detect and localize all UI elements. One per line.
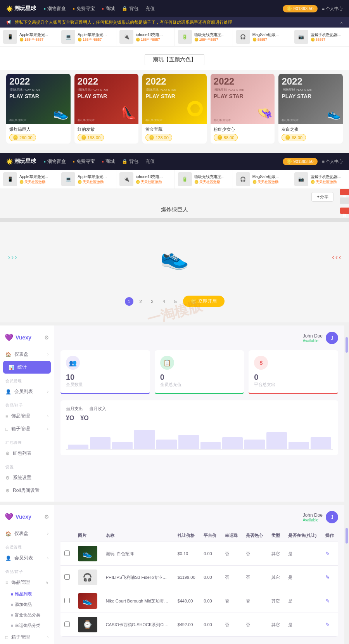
nav-item-blind-box[interactable]: ■ 潮物盲盒 (44, 5, 66, 12)
nav-item-shop[interactable]: ■ 商城 (102, 5, 115, 12)
site-logo-2[interactable]: 🌟 潮玩星球 (6, 158, 36, 165)
site-logo[interactable]: 🌟 潮玩星球 (6, 5, 36, 12)
sidebar2-sub-blindbox-category[interactable]: 盲盒饰品分类 (0, 610, 54, 620)
admin-sidebar: 💜 Vuexy ⚙ 🏠 仪表盘 › 📊 统计 会员管理 👤 会员列表 › (0, 325, 54, 502)
chevron-left-3: › (14, 253, 17, 261)
edit-btn-0[interactable]: ✎ (325, 551, 330, 557)
nav2-item-backpack[interactable]: 🔒 背包 (122, 158, 138, 165)
product-thumb2-3[interactable]: 🔋 磁吸无线充电宝... 🪙 天天社区激励... (175, 170, 233, 189)
row-checkbox-2[interactable] (64, 598, 70, 603)
admin-user-name: John Doe (303, 333, 323, 339)
td-img-1: 🎧 (74, 566, 102, 589)
notice-close-btn[interactable]: × (340, 20, 343, 25)
sidebar2-item-box-mgmt[interactable]: □ 箱子管理 › (0, 631, 54, 644)
open-now-button[interactable]: 🪙 立即开启 (183, 296, 225, 307)
carousel-next-btn[interactable]: ‹ ‹ ‹ (332, 253, 341, 261)
product-card-4[interactable]: 2022 ·潮玩星球 PLAY STAR PLAY STAR 有礼事 潮玩术 👟… (278, 74, 343, 144)
product-thumb-2[interactable]: 🔌 iphone13充电... 🪙 188****8857 (116, 28, 174, 46)
dot-1[interactable]: 1 (125, 297, 133, 306)
product-thumb-5[interactable]: 📷 蓝鲸手机散热器... 🪙 88857 (291, 28, 349, 46)
section2-label-products: 饰品/箱子 (0, 564, 54, 576)
sidebar-item-stats[interactable]: 📊 统计 (3, 361, 51, 374)
sidebar2-item-accessory-mgmt[interactable]: ≡ 饰品管理 ∨ (0, 576, 54, 589)
nav2-item-blind-box[interactable]: ■ 潮物盲盒 (44, 158, 66, 165)
product-card-3[interactable]: 2022 ·潮玩星球 PLAY STAR PLAY STAR 有礼事 潮玩术 👒… (211, 74, 275, 144)
nav-item-treasure[interactable]: ■ 免费寻宝 (73, 5, 95, 12)
sidebar-item-dashboard[interactable]: 🏠 仪表盘 › (0, 348, 54, 361)
edit-btn-2[interactable]: ✎ (325, 598, 330, 604)
nav-item-recharge[interactable]: 充值 (145, 5, 155, 12)
product-thumb2-0[interactable]: 📱 Apple苹果激光... 🪙 天天社区激励... (0, 170, 58, 189)
th-onsale: 是否在售(扎让) (284, 530, 321, 542)
row-checkbox-0[interactable] (64, 551, 70, 556)
section-label-redpack: 红包管理 (0, 435, 54, 447)
float-share-btn[interactable]: 分享 (340, 189, 349, 195)
right-scrollbar-2[interactable] (344, 505, 349, 644)
member-icon: 👤 (5, 389, 11, 395)
stats-icon: 📊 (9, 365, 14, 370)
main-nav-2: ■ 潮物盲盒 ■ 免费寻宝 ■ 商城 🔒 背包 充值 (44, 158, 275, 165)
sidebar2-item-dashboard[interactable]: 🏠 仪表盘 › (0, 527, 54, 540)
td-checkbox-0 (60, 542, 74, 566)
product-card-1[interactable]: 2022 ·潮玩星球 PLAY STAR PLAY STAR 有礼事 潮玩术 👠… (74, 74, 139, 144)
sidebar-item-redpack-list[interactable]: ⚙ 红包列表 (0, 447, 54, 460)
sidebar2-sub-add-accessory[interactable]: 添加饰品 (0, 599, 54, 610)
accessory-icon: ≡ (5, 414, 8, 419)
nav-item-backpack[interactable]: 🔒 背包 (122, 5, 138, 12)
th-platform: 平台价 (200, 530, 221, 542)
chevron-right-1: ‹ (332, 253, 335, 261)
dot-3[interactable]: 3 (148, 297, 157, 306)
stat-card-members: 👥 10 全员数量 (60, 350, 150, 394)
admin-main-content-2: John Doe Available J 图片 名称 扎让价格 平台价 幸运珠 (54, 505, 344, 644)
sidebar2-item-member-list[interactable]: 👤 会员列表 › (0, 552, 54, 564)
sidebar-item-member-list[interactable]: 👤 会员列表 › (0, 385, 54, 398)
sidebar-settings-icon-2[interactable]: ⚙ (44, 514, 49, 520)
row-checkbox-1[interactable] (64, 574, 70, 580)
sidebar-item-sys-settings[interactable]: ⚙ 系统设置 (0, 471, 54, 484)
dot-5[interactable]: 5 (171, 297, 180, 306)
sidebar2-sub-accessory-list[interactable]: 饰品列表 (0, 589, 54, 599)
right-scrollbar[interactable] (344, 325, 349, 502)
user-menu-btn-2[interactable]: ≡ 个人中心 (322, 159, 343, 164)
sidebar-item-accessory-mgmt[interactable]: ≡ 饰品管理 › (0, 410, 54, 422)
td-type-3: 其它 (268, 613, 284, 637)
dot-4[interactable]: 4 (160, 297, 168, 306)
edit-btn-1[interactable]: ✎ (325, 574, 330, 580)
sidebar-item-roll-settings[interactable]: ⚙ Roll房间设置 (0, 484, 54, 497)
edit-btn-3[interactable]: ✎ (325, 621, 330, 628)
product-image-3: ⌚ (78, 617, 97, 632)
admin-dashboard: 💜 Vuexy ⚙ 🏠 仪表盘 › 📊 统计 会员管理 👤 会员列表 › (0, 325, 349, 502)
admin-user-status: Available (303, 339, 323, 343)
share-button[interactable]: ✦分享 (311, 192, 333, 202)
td-lucky-3: 否 (221, 613, 242, 637)
td-name-0: 潮玩: 白色招牌 (102, 542, 174, 566)
float-group-btn[interactable]: 加群有礼 (340, 208, 349, 214)
product-thumb-1[interactable]: 💻 Apple苹果激光充... 🪙 188****8857 (58, 28, 116, 46)
td-name-2: Nike Court Borough Mid芝加哥高帮透气炫彩... (102, 589, 174, 613)
nav2-item-recharge[interactable]: 充值 (145, 158, 155, 165)
sidebar-item-box-mgmt[interactable]: □ 箱子管理 › (0, 422, 54, 435)
product-thumb-4[interactable]: 🎧 MagSafe磁吸... 🪙 88857 (233, 28, 291, 46)
sidebar2-sub-lucky-category[interactable]: 幸运饰品分类 (0, 620, 54, 631)
sidebar-settings-icon[interactable]: ⚙ (44, 334, 49, 341)
td-img-3: ⌚ (74, 613, 102, 637)
product-thumb2-1[interactable]: 💻 Apple苹果激光充... 🪙 天天社区激励... (58, 170, 116, 189)
product-card-0[interactable]: 2022 ·潮玩星球 PLAY STAR PLAY STAR 有礼事 潮玩术 👟… (6, 74, 71, 144)
dot-2[interactable]: 2 (136, 297, 145, 306)
carousel-prev-btn[interactable]: › › › (8, 253, 17, 261)
product-image-1: 🎧 (78, 570, 97, 585)
td-type-2: 其它 (268, 589, 284, 613)
nav2-item-shop[interactable]: ■ 商城 (102, 158, 115, 165)
nav2-item-treasure[interactable]: ■ 免费寻宝 (73, 158, 95, 165)
user-menu-btn[interactable]: ≡ 个人中心 (322, 6, 343, 12)
products-table: 图片 名称 扎让价格 平台价 幸运珠 是否热心 类型 是否在售(扎让) 操作 (60, 530, 338, 637)
product-thumb2-2[interactable]: 🔌 iphone13充电... 🪙 天天社区激励... (116, 170, 174, 189)
product-thumb-3[interactable]: 🔋 磁吸无线充电宝... 🪙 188****8857 (175, 28, 233, 46)
td-type-1: 其它 (268, 566, 284, 589)
product-thumb-0[interactable]: 📱 Apple苹果激光... 🪙 188****8857 (0, 28, 58, 46)
product-thumb2-5[interactable]: 📷 蓝鲸手机散热器... 🪙 天天社区激励... (291, 170, 349, 189)
product-thumb2-4[interactable]: 🎧 MagSafe磁吸... 🪙 天天社区激励... (233, 170, 291, 189)
row-checkbox-3[interactable] (64, 621, 70, 627)
product-card-2[interactable]: 2022 ·潮玩星球 PLAY STAR PLAY STAR 有礼事 潮玩术 黄… (142, 74, 207, 144)
td-price-3: $492.00 (174, 613, 200, 637)
